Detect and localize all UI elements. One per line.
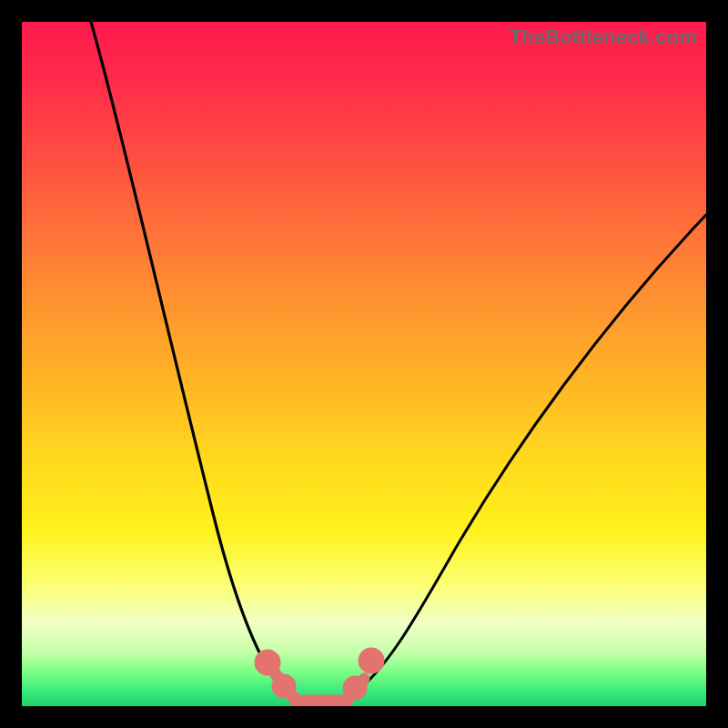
plot-area: TheBottleneck.com (22, 22, 706, 706)
svg-point-3 (260, 655, 275, 670)
svg-point-5 (349, 682, 361, 694)
bottleneck-curve-right (349, 215, 706, 697)
bottleneck-curve-svg (22, 22, 706, 706)
flat-minimum-marker (260, 653, 379, 701)
bottleneck-curve-left (91, 22, 291, 697)
svg-point-4 (278, 680, 290, 693)
svg-point-6 (364, 653, 379, 668)
outer-frame: TheBottleneck.com (0, 0, 728, 728)
